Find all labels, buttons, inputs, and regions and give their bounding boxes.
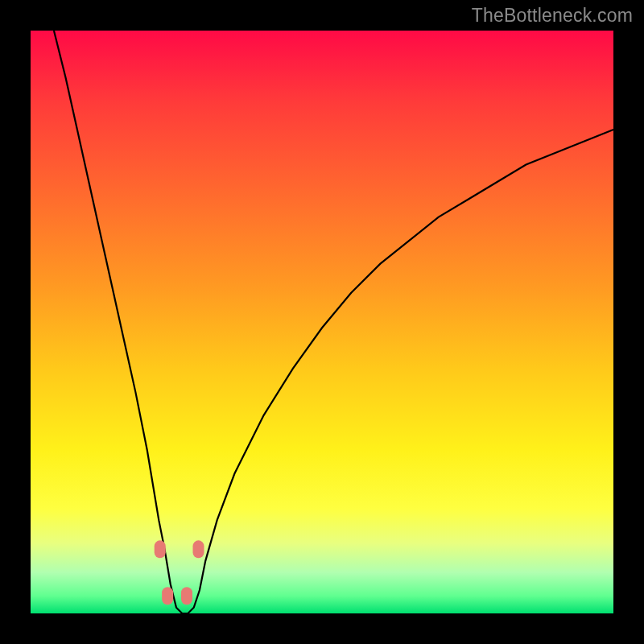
plot-area — [31, 31, 613, 613]
curve-marker-1 — [162, 587, 173, 605]
curve-marker-0 — [155, 540, 166, 558]
curve-marker-3 — [193, 540, 204, 558]
bottleneck-curve — [54, 31, 613, 613]
bottleneck-curve-svg — [31, 31, 613, 613]
watermark-text: TheBottleneck.com — [472, 5, 633, 27]
curve-group — [54, 31, 613, 613]
frame: TheBottleneck.com — [0, 0, 644, 644]
curve-marker-2 — [181, 587, 192, 605]
marker-group — [155, 540, 204, 605]
